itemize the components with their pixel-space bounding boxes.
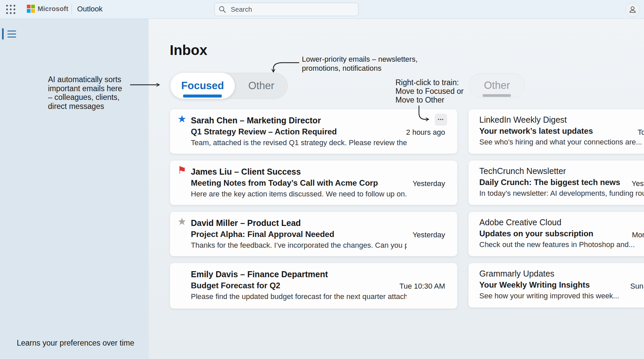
ms-logo-blue-square [27, 9, 31, 13]
email-text: Emily Davis – Finance Department Budget … [191, 268, 407, 302]
star-icon[interactable]: ★ [177, 114, 186, 124]
email-subject: Your network’s latest updates [479, 125, 644, 137]
focused-tab-underline [183, 95, 222, 98]
annotation-other-note: Lower-priority emails – newsletters, pro… [302, 55, 418, 73]
waffle-grid-icon [5, 4, 16, 15]
email-time: Tue 10:30 AM [399, 282, 445, 291]
tab-other-right[interactable]: Other [469, 73, 525, 98]
account-button[interactable] [625, 2, 640, 17]
email-sender: LinkedIn Weekly Digest [479, 114, 644, 125]
email-text: LinkedIn Weekly Digest Your network’s la… [479, 114, 644, 147]
email-sender: James Liu – Client Success [191, 166, 407, 177]
email-list-item[interactable]: Emily Davis – Finance Department Budget … [170, 263, 458, 309]
email-preview: Thanks for the feedback. I’ve incorporat… [191, 240, 407, 251]
email-preview: See who’s hiring and what your connectio… [479, 137, 644, 147]
annotation-focused-note: AI automatically sorts important emails … [48, 75, 122, 111]
email-sender: David Miller – Product Lead [191, 217, 407, 229]
person-icon [628, 5, 637, 14]
search-icon [219, 6, 226, 13]
email-text: TechCrunch Newsletter Daily Crunch: The … [479, 165, 644, 199]
email-preview: In today’s newsletter: AI developments, … [479, 188, 644, 199]
email-subject: Budget Forecast for Q2 [191, 280, 407, 291]
hamburger-menu-icon[interactable] [7, 31, 16, 38]
email-time: Today [638, 128, 644, 137]
email-sender: Adobe Creative Cloud [479, 217, 644, 228]
email-text: Grammarly Updates Your Weekly Writing In… [479, 268, 644, 301]
email-subject: Project Alpha: Final Approval Needed [191, 229, 407, 240]
nav-accent-bar [2, 28, 4, 40]
email-preview: Here are the key action items discussed.… [191, 189, 407, 199]
ms-logo-yellow-square [31, 9, 35, 13]
annotation-learns-note: Learns your preferences over time [17, 339, 134, 348]
ms-logo-green-square [31, 5, 35, 8]
app-launcher-icon[interactable] [5, 4, 16, 15]
microsoft-brand[interactable]: Microsoft [27, 5, 68, 13]
email-time: Sun [630, 282, 643, 291]
email-preview: Please find the updated budget forecast … [191, 291, 407, 302]
tab-other-label: Other [248, 80, 274, 92]
tab-other[interactable]: Other [235, 73, 288, 99]
tab-other-right-label: Other [484, 79, 510, 92]
ms-logo-red-square [27, 5, 31, 8]
page-title: Inbox [170, 42, 207, 58]
email-preview: Check out the new features in Photoshop … [479, 239, 644, 250]
email-text: David Miller – Product Lead Project Alph… [191, 217, 407, 251]
tab-focused[interactable]: Focused [170, 73, 235, 99]
email-time: Yesterday [632, 179, 644, 188]
email-list-item[interactable]: TechCrunch Newsletter Daily Crunch: The … [468, 160, 644, 205]
email-list-item[interactable]: ★ David Miller – Product Lead Project Al… [170, 212, 458, 256]
email-sender: Sarah Chen – Marketing Director [191, 115, 407, 126]
email-text: Sarah Chen – Marketing Director Q1 Strat… [191, 115, 407, 148]
email-list-item[interactable]: ⚑ James Liu – Client Success Meeting Not… [170, 160, 458, 205]
email-subject: Your Weekly Writing Insights [479, 279, 644, 291]
microsoft-logo-icon [27, 5, 35, 13]
microsoft-wordmark: Microsoft [38, 5, 68, 13]
app-title[interactable]: Outlook [77, 5, 103, 13]
left-panel [0, 18, 149, 359]
email-text: Adobe Creative Cloud Updates on your sub… [479, 217, 644, 250]
email-sender: Grammarly Updates [479, 268, 644, 279]
email-sender: Emily Davis – Finance Department [191, 268, 407, 280]
email-list-item[interactable]: LinkedIn Weekly Digest Your network’s la… [468, 109, 644, 154]
email-subject: Meeting Notes from Today’s Call with Acm… [191, 177, 407, 189]
email-time: 2 hours ago [406, 128, 445, 137]
outlook-focused-inbox-screen: Microsoft Outlook AI automatically sorts… [0, 0, 644, 359]
email-list-item[interactable]: ★ Sarah Chen – Marketing Director Q1 Str… [170, 109, 458, 154]
email-time: Monday [632, 231, 644, 239]
search-input[interactable] [230, 5, 345, 14]
star-icon[interactable]: ★ [177, 217, 186, 227]
brand-divider [71, 4, 72, 14]
email-subject: Daily Crunch: The biggest tech news [479, 177, 644, 188]
email-list-item[interactable]: Adobe Creative Cloud Updates on your sub… [468, 212, 644, 256]
email-preview: Team, attached is the revised Q1 strateg… [191, 137, 407, 148]
email-subject: Updates on your subscription [479, 228, 644, 239]
other-tab-underline [483, 94, 511, 97]
inbox-tabs: Focused Other [170, 73, 288, 99]
email-preview: See how your writing improved this week.… [479, 291, 644, 301]
tab-focused-label: Focused [181, 80, 224, 92]
email-time: Yesterday [413, 231, 445, 239]
search-box[interactable] [214, 3, 359, 16]
email-text: James Liu – Client Success Meeting Notes… [191, 166, 407, 199]
email-subject: Q1 Strategy Review – Action Required [191, 126, 407, 137]
flag-icon[interactable]: ⚑ [177, 165, 186, 175]
email-time: Yesterday [413, 179, 445, 188]
email-list-item[interactable]: Grammarly Updates Your Weekly Writing In… [468, 263, 644, 308]
annotation-train-note: Right-click to train: Move to Focused or… [395, 78, 464, 104]
more-options-button[interactable]: ••• [435, 114, 447, 126]
top-bar: Microsoft Outlook [0, 0, 644, 19]
email-sender: TechCrunch Newsletter [479, 165, 644, 177]
